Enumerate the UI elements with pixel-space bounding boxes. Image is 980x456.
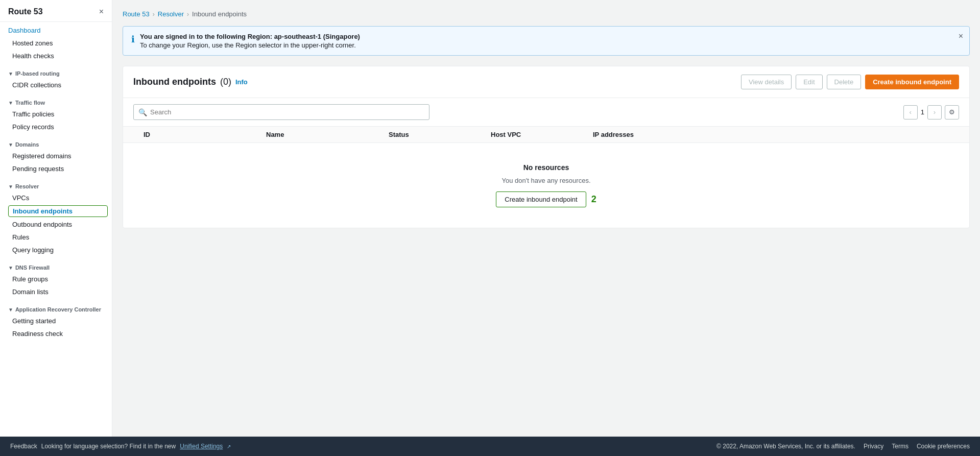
page-title: Inbound endpoints	[133, 77, 216, 87]
sidebar-item-traffic-policies[interactable]: Traffic policies	[0, 108, 112, 121]
info-circle-icon: ℹ	[131, 34, 135, 45]
sidebar-arc-label: Application Recovery Controller	[15, 306, 101, 313]
table-body: No resources You don't have any resource…	[123, 143, 969, 228]
sidebar-item-readiness-check[interactable]: Readiness check	[0, 327, 112, 340]
edit-button[interactable]: Edit	[796, 75, 822, 89]
ip-routing-arrow-icon: ▼	[8, 71, 13, 77]
footer: Feedback Looking for language selection?…	[0, 437, 980, 456]
table-settings-button[interactable]: ⚙	[945, 105, 959, 119]
sidebar-item-health-checks[interactable]: Health checks	[0, 50, 112, 62]
sidebar-item-cidr-collections[interactable]: CIDR collections	[0, 79, 112, 91]
delete-button[interactable]: Delete	[827, 75, 862, 89]
sidebar-resolver-section: ▼ Resolver VPCs Inbound endpoints Outbou…	[0, 177, 112, 258]
banner-subtitle: To change your Region, use the Region se…	[140, 41, 961, 49]
notification-banner: ℹ You are signed in to the following Reg…	[123, 26, 970, 56]
search-icon: 🔍	[138, 108, 147, 116]
external-link-icon: ↗	[227, 444, 231, 449]
content-card: Inbound endpoints (0) Info View details …	[123, 66, 970, 228]
table-header: ID Name Status Host VPC IP addresses	[123, 127, 969, 143]
resolver-arrow-icon: ▼	[8, 184, 13, 189]
sidebar-resolver-label: Resolver	[15, 183, 39, 189]
sidebar-domains-section: ▼ Domains Registered domains Pending req…	[0, 135, 112, 177]
pagination-controls: ‹ 1 › ⚙	[903, 105, 959, 119]
sidebar: Route 53 × Dashboard Hosted zones Health…	[0, 0, 112, 437]
step-badge: 2	[591, 194, 596, 205]
empty-state: No resources You don't have any resource…	[123, 143, 969, 228]
sidebar-item-rules[interactable]: Rules	[0, 231, 112, 244]
dns-firewall-arrow-icon: ▼	[8, 265, 13, 271]
empty-create-button[interactable]: Create inbound endpoint	[496, 191, 586, 207]
sidebar-item-rule-groups[interactable]: Rule groups	[0, 273, 112, 285]
breadcrumb-current: Inbound endpoints	[192, 10, 247, 18]
arc-arrow-icon: ▼	[8, 307, 13, 313]
sidebar-header: Route 53 ×	[0, 0, 112, 22]
feedback-link[interactable]: Feedback	[10, 443, 37, 450]
sidebar-arc-section: ▼ Application Recovery Controller Gettin…	[0, 300, 112, 342]
pagination-next-button[interactable]: ›	[927, 105, 942, 119]
sidebar-item-getting-started[interactable]: Getting started	[0, 315, 112, 327]
sidebar-section-traffic-flow[interactable]: ▼ Traffic flow	[0, 95, 112, 108]
table-col-id: ID	[144, 131, 266, 138]
empty-state-description: You don't have any resources.	[501, 177, 590, 184]
unified-settings-link[interactable]: Unified Settings	[180, 443, 223, 450]
breadcrumb-sep-2: ›	[187, 11, 189, 18]
sidebar-item-domain-lists[interactable]: Domain lists	[0, 285, 112, 298]
footer-left: Feedback Looking for language selection?…	[10, 443, 231, 450]
sidebar-traffic-flow-label: Traffic flow	[15, 100, 45, 106]
sidebar-item-registered-domains[interactable]: Registered domains	[0, 150, 112, 162]
sidebar-item-hosted-zones[interactable]: Hosted zones	[0, 37, 112, 50]
page-number: 1	[921, 108, 924, 116]
banner-text: You are signed in to the following Regio…	[140, 33, 961, 49]
sidebar-traffic-flow-section: ▼ Traffic flow Traffic policies Policy r…	[0, 93, 112, 135]
sidebar-item-dashboard[interactable]: Dashboard	[0, 24, 112, 37]
sidebar-domains-label: Domains	[15, 141, 39, 148]
app-title: Route 53	[8, 7, 43, 16]
footer-settings-text: Looking for language selection? Find it …	[41, 443, 176, 450]
main-content: Route 53 › Resolver › Inbound endpoints …	[112, 0, 980, 437]
sidebar-item-query-logging[interactable]: Query logging	[0, 244, 112, 256]
card-header: Inbound endpoints (0) Info View details …	[123, 66, 969, 98]
sidebar-item-vpcs[interactable]: VPCs	[0, 191, 112, 204]
traffic-flow-arrow-icon: ▼	[8, 100, 13, 106]
breadcrumb-resolver[interactable]: Resolver	[158, 10, 184, 18]
search-input[interactable]	[133, 104, 429, 120]
search-bar-row: 🔍 ‹ 1 › ⚙	[123, 98, 969, 127]
sidebar-dns-firewall-section: ▼ DNS Firewall Rule groups Domain lists	[0, 258, 112, 300]
resource-count: (0)	[220, 77, 231, 87]
sidebar-section-resolver[interactable]: ▼ Resolver	[0, 179, 112, 191]
footer-copyright: © 2022, Amazon Web Services, Inc. or its…	[716, 443, 855, 450]
sidebar-item-inbound-endpoints[interactable]: Inbound endpoints	[8, 205, 108, 217]
view-details-button[interactable]: View details	[741, 75, 792, 89]
table-col-host-vpc: Host VPC	[491, 131, 593, 138]
sidebar-section-dns-firewall[interactable]: ▼ DNS Firewall	[0, 260, 112, 273]
sidebar-main-section: Dashboard Hosted zones Health checks	[0, 22, 112, 64]
sidebar-close-button[interactable]: ×	[99, 7, 104, 16]
info-link[interactable]: Info	[235, 78, 248, 86]
breadcrumb-sep-1: ›	[153, 11, 155, 18]
footer-cookie-link[interactable]: Cookie preferences	[917, 443, 970, 450]
breadcrumb: Route 53 › Resolver › Inbound endpoints	[123, 10, 970, 18]
create-inbound-endpoint-button[interactable]: Create inbound endpoint	[865, 75, 959, 89]
table-col-ip-addresses: IP addresses	[593, 131, 959, 138]
empty-state-title: No resources	[523, 163, 569, 172]
search-input-wrapper: 🔍	[133, 104, 429, 120]
sidebar-section-domains[interactable]: ▼ Domains	[0, 137, 112, 150]
sidebar-ip-routing-section: ▼ IP-based routing CIDR collections	[0, 64, 112, 93]
sidebar-dns-firewall-label: DNS Firewall	[15, 265, 50, 271]
domains-arrow-icon: ▼	[8, 142, 13, 148]
sidebar-section-ip-routing[interactable]: ▼ IP-based routing	[0, 66, 112, 79]
sidebar-ip-routing-label: IP-based routing	[15, 70, 60, 77]
sidebar-item-policy-records[interactable]: Policy records	[0, 121, 112, 133]
empty-state-actions: Create inbound endpoint 2	[496, 191, 596, 207]
pagination-prev-button[interactable]: ‹	[903, 105, 918, 119]
footer-right: © 2022, Amazon Web Services, Inc. or its…	[716, 443, 970, 450]
footer-privacy-link[interactable]: Privacy	[864, 443, 883, 450]
table-col-checkbox	[133, 131, 144, 138]
sidebar-item-outbound-endpoints[interactable]: Outbound endpoints	[0, 218, 112, 231]
sidebar-section-arc[interactable]: ▼ Application Recovery Controller	[0, 302, 112, 315]
banner-close-button[interactable]: ×	[959, 32, 963, 41]
breadcrumb-route53[interactable]: Route 53	[123, 10, 150, 18]
footer-terms-link[interactable]: Terms	[892, 443, 909, 450]
sidebar-item-pending-requests[interactable]: Pending requests	[0, 162, 112, 175]
card-actions: View details Edit Delete Create inbound …	[741, 75, 959, 89]
